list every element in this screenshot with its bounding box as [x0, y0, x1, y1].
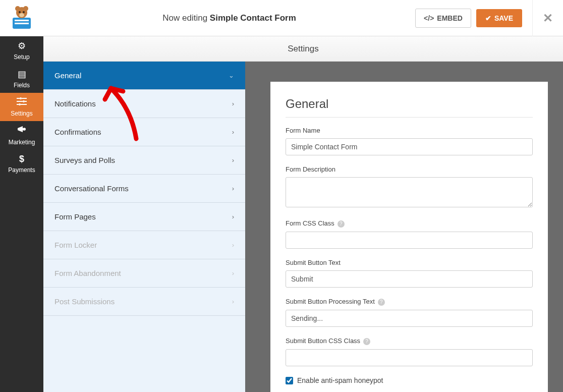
- dollar-icon: $: [19, 154, 24, 164]
- subnav-form-abandonment[interactable]: Form Abandonment ›: [43, 259, 245, 288]
- svg-rect-2: [15, 23, 29, 24]
- field-submit-text: Submit Button Text: [286, 259, 533, 288]
- app-logo: [0, 0, 43, 36]
- field-form-css: Form CSS Class?: [286, 219, 533, 249]
- nav-settings[interactable]: Settings: [0, 93, 43, 121]
- subnav-label: Surveys and Polls: [54, 156, 115, 164]
- field-submit-css: Submit Button CSS Class?: [286, 337, 533, 366]
- subnav-label: General: [54, 71, 81, 80]
- form-css-input[interactable]: [286, 232, 533, 249]
- settings-subnav: General ⌄ Notifications › Confirmations …: [43, 62, 245, 392]
- honeypot-checkbox[interactable]: [286, 377, 293, 384]
- subnav-label: Post Submissions: [54, 297, 115, 306]
- svg-point-9: [20, 97, 22, 99]
- nav-label: Setup: [14, 53, 29, 61]
- form-description-label: Form Description: [286, 165, 533, 173]
- chevron-right-icon: ›: [232, 298, 234, 305]
- chevron-right-icon: ›: [232, 241, 234, 249]
- form-description-input[interactable]: [286, 177, 533, 207]
- embed-label: EMBED: [437, 14, 463, 22]
- top-bar: Now editing Simple Contact Form </> EMBE…: [0, 0, 563, 36]
- field-form-name: Form Name: [286, 127, 533, 155]
- subnav-surveys[interactable]: Surveys and Polls ›: [43, 146, 245, 175]
- svg-point-5: [23, 6, 28, 11]
- bullhorn-icon: [17, 125, 27, 137]
- help-icon[interactable]: ?: [363, 338, 370, 345]
- editing-title: Now editing Simple Contact Form: [43, 13, 415, 23]
- svg-point-10: [23, 100, 25, 102]
- nav-payments[interactable]: $ Payments: [0, 149, 43, 178]
- list-icon: ▤: [18, 69, 26, 80]
- editing-prefix: Now editing: [162, 13, 207, 23]
- save-label: SAVE: [494, 14, 513, 22]
- main-wrap: ⚙ Setup ▤ Fields Settings Marketing $ Pa…: [0, 36, 563, 392]
- left-nav: ⚙ Setup ▤ Fields Settings Marketing $ Pa…: [0, 36, 43, 392]
- sliders-icon: [17, 97, 27, 108]
- nav-setup[interactable]: ⚙ Setup: [0, 36, 43, 65]
- subnav-notifications[interactable]: Notifications ›: [43, 90, 245, 118]
- chevron-right-icon: ›: [232, 269, 234, 277]
- submit-css-input[interactable]: [286, 349, 533, 366]
- form-name-label: Form Name: [286, 127, 533, 134]
- nav-label: Marketing: [9, 139, 35, 146]
- content-row: General ⌄ Notifications › Confirmations …: [43, 62, 563, 392]
- form-name-input[interactable]: [286, 138, 533, 155]
- nav-fields[interactable]: ▤ Fields: [0, 65, 43, 93]
- chevron-down-icon: ⌄: [229, 72, 234, 79]
- nav-label: Fields: [14, 82, 30, 89]
- form-css-label: Form CSS Class?: [286, 219, 533, 228]
- honeypot-label: Enable anti-spam honeypot: [297, 376, 383, 384]
- close-button[interactable]: ✕: [532, 0, 553, 36]
- submit-processing-label: Submit Button Processing Text?: [286, 298, 533, 306]
- chevron-right-icon: ›: [232, 213, 234, 220]
- close-icon: ✕: [543, 11, 553, 25]
- svg-point-8: [19, 13, 24, 17]
- submit-text-label: Submit Button Text: [286, 259, 533, 266]
- nav-marketing[interactable]: Marketing: [0, 121, 43, 149]
- subnav-spacer: [43, 316, 245, 392]
- submit-css-label: Submit Button CSS Class?: [286, 337, 533, 345]
- svg-point-11: [19, 103, 21, 105]
- code-icon: </>: [424, 14, 434, 22]
- subnav-label: Form Locker: [54, 241, 97, 249]
- editing-form-name: Simple Contact Form: [210, 13, 296, 23]
- subnav-label: Conversational Forms: [54, 184, 129, 193]
- subnav-form-locker[interactable]: Form Locker ›: [43, 231, 245, 259]
- help-icon[interactable]: ?: [378, 299, 385, 306]
- check-icon: ✔: [485, 14, 491, 22]
- subnav-conversational[interactable]: Conversational Forms ›: [43, 175, 245, 203]
- subnav-confirmations[interactable]: Confirmations ›: [43, 118, 245, 146]
- page-title: Settings: [43, 36, 563, 62]
- submit-text-input[interactable]: [286, 270, 533, 288]
- nav-label: Payments: [8, 166, 35, 174]
- chevron-right-icon: ›: [232, 100, 234, 107]
- nav-label: Settings: [11, 110, 32, 117]
- svg-rect-1: [15, 20, 29, 21]
- field-form-description: Form Description: [286, 165, 533, 209]
- chevron-right-icon: ›: [232, 128, 234, 136]
- subnav-label: Form Pages: [54, 212, 96, 221]
- panel-heading: General: [286, 97, 533, 118]
- field-honeypot: Enable anti-spam honeypot: [286, 376, 533, 384]
- subnav-general[interactable]: General ⌄: [43, 62, 245, 90]
- subnav-label: Form Abandonment: [54, 269, 121, 277]
- save-button[interactable]: ✔ SAVE: [476, 9, 522, 27]
- help-icon[interactable]: ?: [337, 220, 345, 228]
- top-actions: </> EMBED ✔ SAVE: [415, 9, 522, 28]
- center-column: Settings General ⌄ Notifications › Confi…: [43, 36, 563, 392]
- svg-point-7: [23, 11, 25, 13]
- chevron-right-icon: ›: [232, 185, 234, 192]
- content-area: General Form Name Form Description Form …: [245, 62, 563, 392]
- submit-processing-input[interactable]: [286, 310, 533, 327]
- field-submit-processing: Submit Button Processing Text?: [286, 298, 533, 327]
- subnav-label: Confirmations: [54, 128, 101, 136]
- gear-icon: ⚙: [18, 40, 26, 51]
- subnav-label: Notifications: [54, 99, 96, 108]
- svg-point-6: [19, 11, 21, 13]
- subnav-form-pages[interactable]: Form Pages ›: [43, 203, 245, 231]
- svg-point-4: [15, 6, 20, 11]
- subnav-post-submissions[interactable]: Post Submissions ›: [43, 288, 245, 316]
- embed-button[interactable]: </> EMBED: [415, 9, 471, 28]
- chevron-right-icon: ›: [232, 156, 234, 164]
- settings-card: General Form Name Form Description Form …: [270, 82, 548, 392]
